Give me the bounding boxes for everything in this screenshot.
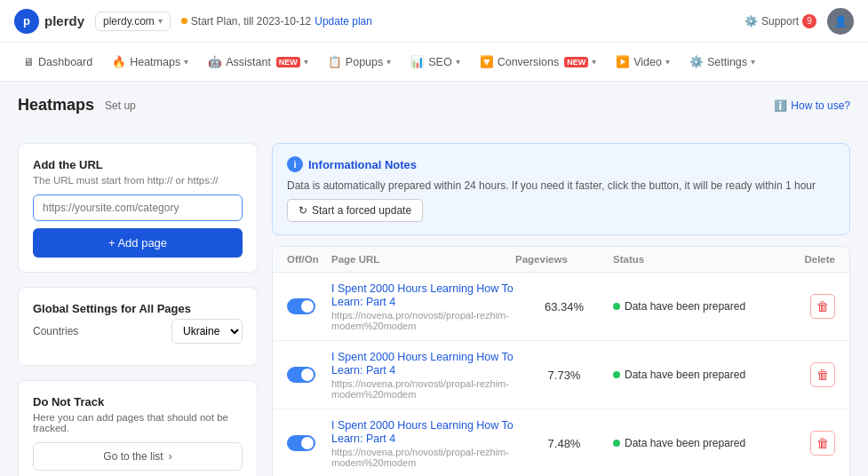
- chevron-down-icon: ▾: [184, 57, 188, 67]
- page-url-sub: https://novena.pro/novosti/propal-rezhim…: [331, 378, 515, 400]
- dashboard-icon: 🖥: [23, 56, 35, 68]
- seo-icon: 📊: [410, 55, 425, 68]
- plan-text: Start Plan, till 2023-10-12: [191, 15, 311, 28]
- row-toggle[interactable]: [287, 298, 315, 314]
- add-url-panel: Add the URL The URL must start from http…: [18, 143, 258, 273]
- chevron-down-icon: ▾: [386, 57, 391, 67]
- nav-label-video: Video: [633, 56, 662, 68]
- info-box-title-text: Informational Notes: [308, 158, 417, 171]
- domain-selector[interactable]: plerdy.com ▾: [95, 12, 171, 31]
- update-plan-link[interactable]: Update plan: [315, 15, 372, 28]
- delete-button[interactable]: 🗑: [810, 362, 835, 387]
- page-link[interactable]: I Spent 2000 Hours Learning How To Learn…: [331, 419, 514, 445]
- status-dot-icon: [613, 440, 620, 447]
- chevron-down-icon: ▾: [456, 57, 460, 67]
- navbar: 🖥 Dashboard 🔥 Heatmaps ▾ 🤖 Assistant NEW…: [0, 43, 868, 82]
- nav-item-video[interactable]: ▶️ Video ▾: [607, 50, 679, 74]
- page-body: Add the URL The URL must start from http…: [0, 125, 868, 476]
- how-to-link[interactable]: ℹ️ How to use?: [774, 99, 850, 112]
- status-text: Data have been prepared: [625, 300, 745, 313]
- nav-label-seo: SEO: [428, 56, 451, 68]
- chevron-down-icon: ▾: [592, 57, 596, 67]
- topbar: p plerdy plerdy.com ▾ Start Plan, till 2…: [0, 0, 868, 43]
- gear-icon: ⚙️: [745, 15, 758, 28]
- chevron-down-icon: ▾: [751, 57, 755, 67]
- chevron-down-icon: ▾: [158, 16, 163, 26]
- sidebar: Add the URL The URL must start from http…: [18, 143, 258, 476]
- logo-icon: p: [14, 9, 39, 34]
- nav-item-dashboard[interactable]: 🖥 Dashboard: [14, 51, 101, 74]
- nav-item-popups[interactable]: 📋 Popups ▾: [319, 50, 400, 74]
- table-row: I Spent 2000 Hours Learning How To Learn…: [273, 273, 849, 341]
- avatar[interactable]: 👤: [827, 8, 854, 35]
- nav-item-assistant[interactable]: 🤖 Assistant NEW ▾: [199, 50, 317, 74]
- heatmaps-icon: 🔥: [112, 55, 126, 68]
- do-not-track-title: Do Not Track: [33, 395, 243, 409]
- table-header: Off/On Page URL Pageviews Status Delete: [273, 247, 849, 273]
- toggle-cell: [287, 298, 331, 314]
- support-count: 9: [802, 14, 816, 28]
- setup-link[interactable]: Set up: [105, 99, 136, 112]
- delete-button[interactable]: 🗑: [810, 431, 835, 456]
- info-box-text: Data is automatically prepared within 24…: [287, 179, 835, 192]
- global-settings-title: Global Settings for All Pages: [33, 302, 243, 315]
- col-header-delete: Delete: [773, 254, 835, 265]
- delete-cell: 🗑: [773, 431, 835, 456]
- page-title: Heatmaps: [18, 96, 94, 115]
- plan-info: Start Plan, till 2023-10-12 Update plan: [181, 15, 372, 28]
- support-button[interactable]: ⚙️ Support 9: [745, 14, 816, 28]
- nav-label-conversions: Conversions: [498, 56, 559, 68]
- goto-label: Go to the list: [103, 450, 163, 463]
- do-not-track-description: Here you can add pages that should not b…: [33, 412, 243, 433]
- video-icon: ▶️: [616, 55, 630, 68]
- url-cell: I Spent 2000 Hours Learning How To Learn…: [331, 350, 515, 400]
- goto-list-button[interactable]: Go to the list ›: [33, 442, 243, 471]
- nav-item-settings[interactable]: ⚙️ Settings ▾: [681, 50, 764, 74]
- pageviews-cell: 7.48%: [515, 437, 613, 450]
- plan-dot-icon: [181, 18, 187, 24]
- info-box: i Informational Notes Data is automatica…: [272, 143, 850, 235]
- status-dot-icon: [613, 303, 620, 310]
- row-toggle[interactable]: [287, 367, 315, 383]
- nav-item-conversions[interactable]: 🔽 Conversions NEW ▾: [471, 50, 605, 74]
- page-link[interactable]: I Spent 2000 Hours Learning How To Learn…: [331, 351, 514, 377]
- col-header-pageviews: Pageviews: [515, 254, 613, 265]
- force-update-button[interactable]: ↻ Start a forced update: [287, 199, 423, 222]
- nav-item-seo[interactable]: 📊 SEO ▾: [402, 50, 468, 74]
- delete-button[interactable]: 🗑: [810, 294, 835, 319]
- global-settings-panel: Global Settings for All Pages Countries …: [18, 287, 258, 366]
- page-url-sub: https://novena.pro/novosti/propal-rezhim…: [331, 447, 515, 468]
- new-badge: NEW: [276, 57, 300, 67]
- delete-cell: 🗑: [773, 294, 835, 319]
- nav-label-dashboard: Dashboard: [38, 56, 92, 68]
- settings-icon: ⚙️: [689, 55, 704, 68]
- country-select[interactable]: Ukraine: [171, 319, 243, 344]
- logo: p plerdy: [14, 9, 84, 34]
- delete-cell: 🗑: [773, 362, 835, 387]
- force-update-label: Start a forced update: [312, 204, 411, 217]
- popups-icon: 📋: [328, 55, 342, 68]
- url-cell: I Spent 2000 Hours Learning How To Learn…: [331, 418, 515, 468]
- col-header-toggle: Off/On: [287, 254, 331, 265]
- info-icon: ℹ️: [774, 99, 787, 112]
- topbar-right: ⚙️ Support 9 👤: [745, 8, 854, 35]
- refresh-icon: ↻: [299, 204, 307, 217]
- url-input[interactable]: [33, 194, 243, 221]
- domain-value: plerdy.com: [103, 15, 155, 28]
- col-header-status: Status: [613, 254, 773, 265]
- table-body: I Spent 2000 Hours Learning How To Learn…: [273, 273, 849, 476]
- arrow-right-icon: ›: [169, 450, 172, 463]
- url-cell: I Spent 2000 Hours Learning How To Learn…: [331, 282, 515, 331]
- row-toggle[interactable]: [287, 435, 315, 451]
- nav-item-heatmaps[interactable]: 🔥 Heatmaps ▾: [103, 50, 197, 74]
- add-url-title: Add the URL: [33, 158, 243, 171]
- chevron-down-icon: ▾: [665, 57, 670, 67]
- chevron-down-icon: ▾: [304, 57, 308, 67]
- add-page-button[interactable]: + Add page: [33, 228, 243, 258]
- ai-icon: 🤖: [208, 55, 222, 68]
- page-link[interactable]: I Spent 2000 Hours Learning How To Learn…: [331, 282, 514, 308]
- table-row: I Spent 2000 Hours Learning How To Learn…: [273, 409, 849, 476]
- table-row: I Spent 2000 Hours Learning How To Learn…: [273, 341, 849, 409]
- countries-label: Countries: [33, 325, 78, 337]
- add-url-description: The URL must start from http:// or https…: [33, 175, 243, 186]
